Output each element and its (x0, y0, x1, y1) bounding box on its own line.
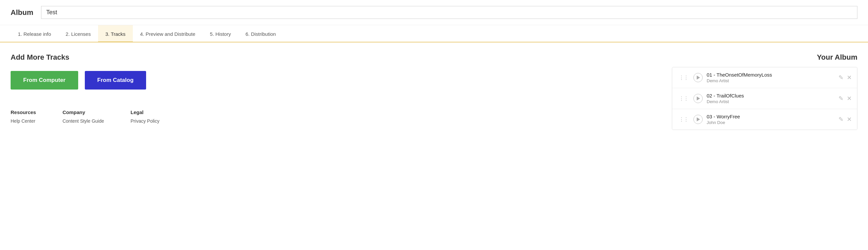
footer-legal-title: Legal (130, 109, 159, 115)
edit-icon-1[interactable]: ✎ (838, 74, 843, 81)
play-button-1[interactable] (693, 73, 703, 82)
edit-icon-3[interactable]: ✎ (838, 116, 843, 123)
footer-resources-title: Resources (10, 109, 36, 115)
footer-link-content-style-guide[interactable]: Content Style Guide (63, 118, 104, 124)
edit-icon-2[interactable]: ✎ (838, 95, 843, 102)
tab-tracks[interactable]: 3. Tracks (98, 25, 133, 43)
footer-company-title: Company (63, 109, 104, 115)
footer-link-help-center[interactable]: Help Center (10, 118, 36, 124)
footer-resources: Resources Help Center (10, 109, 36, 126)
footer: Resources Help Center Company Content St… (10, 103, 659, 126)
album-name-input[interactable] (41, 6, 858, 19)
drag-handle-icon[interactable]: ⋮⋮ (678, 95, 689, 102)
track-name-2: 02 - TrailOfClues (707, 93, 835, 99)
tab-licenses[interactable]: 2. Licenses (58, 25, 98, 43)
footer-link-privacy-policy[interactable]: Privacy Policy (130, 118, 159, 124)
album-label: Album (10, 8, 33, 17)
tab-bar: 1. Release info 2. Licenses 3. Tracks 4.… (0, 25, 868, 43)
track-info-1: 01 - TheOnsetOfMemoryLoss Demo Artist (707, 72, 835, 83)
tab-distribution[interactable]: 6. Distribution (238, 25, 283, 43)
play-icon-1 (697, 76, 700, 80)
delete-icon-2[interactable]: ✕ (847, 95, 852, 102)
from-computer-button[interactable]: From Computer (10, 71, 78, 89)
track-list: ⋮⋮ 01 - TheOnsetOfMemoryLoss Demo Artist… (672, 67, 858, 130)
track-info-3: 03 - WorryFree John Doe (707, 114, 835, 125)
play-button-3[interactable] (693, 115, 703, 124)
right-panel: Your Album ⋮⋮ 01 - TheOnsetOfMemoryLoss … (672, 53, 858, 130)
play-button-2[interactable] (693, 94, 703, 103)
table-row: ⋮⋮ 01 - TheOnsetOfMemoryLoss Demo Artist… (672, 67, 857, 88)
track-actions-1: ✎ ✕ (838, 74, 852, 81)
add-tracks-title: Add More Tracks (10, 53, 659, 62)
track-artist-3: John Doe (707, 120, 835, 125)
table-row: ⋮⋮ 03 - WorryFree John Doe ✎ ✕ (672, 109, 857, 130)
tab-history[interactable]: 5. History (203, 25, 238, 43)
from-catalog-button[interactable]: From Catalog (85, 71, 147, 89)
play-icon-2 (697, 96, 700, 101)
your-album-title: Your Album (672, 53, 858, 62)
delete-icon-3[interactable]: ✕ (847, 116, 852, 123)
upload-buttons: From Computer From Catalog (10, 71, 659, 89)
tab-release-info[interactable]: 1. Release info (10, 25, 58, 43)
track-actions-3: ✎ ✕ (838, 116, 852, 123)
track-name-3: 03 - WorryFree (707, 114, 835, 119)
track-artist-1: Demo Artist (707, 78, 835, 83)
tab-preview-distribute[interactable]: 4. Preview and Distribute (133, 25, 203, 43)
track-artist-2: Demo Artist (707, 99, 835, 104)
drag-handle-icon[interactable]: ⋮⋮ (678, 116, 689, 123)
drag-handle-icon[interactable]: ⋮⋮ (678, 75, 689, 81)
track-info-2: 02 - TrailOfClues Demo Artist (707, 93, 835, 104)
delete-icon-1[interactable]: ✕ (847, 74, 852, 81)
play-icon-3 (697, 117, 700, 121)
footer-legal: Legal Privacy Policy (130, 109, 159, 126)
track-name-1: 01 - TheOnsetOfMemoryLoss (707, 72, 835, 78)
table-row: ⋮⋮ 02 - TrailOfClues Demo Artist ✎ ✕ (672, 88, 857, 109)
footer-company: Company Content Style Guide (63, 109, 104, 126)
main-content: Add More Tracks From Computer From Catal… (0, 43, 868, 130)
track-actions-2: ✎ ✕ (838, 95, 852, 102)
left-panel: Add More Tracks From Computer From Catal… (10, 53, 659, 130)
page-header: Album (0, 0, 868, 25)
